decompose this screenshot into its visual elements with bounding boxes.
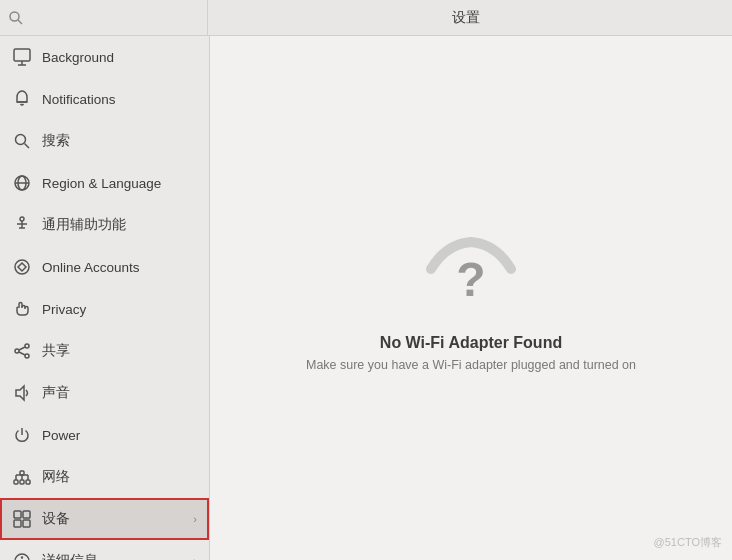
sidebar-item-label-accessibility: 通用辅助功能 xyxy=(42,216,197,234)
sidebar-item-label-details: 详细信息 xyxy=(42,552,193,560)
sidebar-item-sound[interactable]: 声音 xyxy=(0,372,209,414)
watermark: @51CTO博客 xyxy=(654,535,722,550)
svg-point-17 xyxy=(25,344,29,348)
search-icon xyxy=(12,131,32,151)
sidebar-item-label-sound: 声音 xyxy=(42,384,197,402)
svg-rect-31 xyxy=(14,511,21,518)
sidebar: BackgroundNotifications搜索Region & Langua… xyxy=(0,36,210,560)
svg-point-37 xyxy=(22,557,23,558)
svg-point-0 xyxy=(10,12,19,21)
sidebar-item-details[interactable]: 详细信息› xyxy=(0,540,209,560)
sidebar-item-label-sharing: 共享 xyxy=(42,342,197,360)
svg-line-20 xyxy=(19,347,25,350)
svg-rect-25 xyxy=(26,480,30,484)
content-area: ? No Wi-Fi Adapter Found Make sure you h… xyxy=(210,36,732,560)
sidebar-item-label-notifications: Notifications xyxy=(42,92,197,107)
svg-rect-24 xyxy=(20,480,24,484)
titlebar-search-area xyxy=(8,0,208,35)
bell-icon xyxy=(12,89,32,109)
svg-rect-34 xyxy=(23,520,30,527)
svg-line-21 xyxy=(19,352,25,355)
monitor-icon xyxy=(12,47,32,67)
info-icon xyxy=(12,551,32,560)
no-wifi-illustration: ? xyxy=(411,224,531,314)
sidebar-item-label-network: 网络 xyxy=(42,468,197,486)
sidebar-item-search[interactable]: 搜索 xyxy=(0,120,209,162)
sidebar-item-label-privacy: Privacy xyxy=(42,302,197,317)
svg-line-7 xyxy=(25,144,30,149)
share-icon xyxy=(12,341,32,361)
svg-marker-22 xyxy=(16,386,24,400)
sidebar-item-privacy[interactable]: Privacy xyxy=(0,288,209,330)
sound-icon xyxy=(12,383,32,403)
sidebar-item-network[interactable]: 网络 xyxy=(0,456,209,498)
svg-rect-33 xyxy=(14,520,21,527)
devices-icon xyxy=(12,509,32,529)
svg-rect-2 xyxy=(14,49,30,61)
no-wifi-subtitle: Make sure you have a Wi-Fi adapter plugg… xyxy=(306,358,636,372)
window-title: 设置 xyxy=(208,9,724,27)
globe-icon xyxy=(12,173,32,193)
online-icon xyxy=(12,257,32,277)
sidebar-item-notifications[interactable]: Notifications xyxy=(0,78,209,120)
network-icon xyxy=(12,467,32,487)
svg-rect-23 xyxy=(14,480,18,484)
main-layout: BackgroundNotifications搜索Region & Langua… xyxy=(0,36,732,560)
sidebar-item-power[interactable]: Power xyxy=(0,414,209,456)
sidebar-item-region-language[interactable]: Region & Language xyxy=(0,162,209,204)
no-wifi-title: No Wi-Fi Adapter Found xyxy=(380,334,562,352)
accessibility-icon xyxy=(12,215,32,235)
sidebar-item-background[interactable]: Background xyxy=(0,36,209,78)
svg-text:?: ? xyxy=(456,253,485,306)
sidebar-item-devices[interactable]: 设备› xyxy=(0,498,209,540)
sidebar-item-accessibility[interactable]: 通用辅助功能 xyxy=(0,204,209,246)
sidebar-item-label-search: 搜索 xyxy=(42,132,197,150)
search-icon xyxy=(8,10,24,26)
hand-icon xyxy=(12,299,32,319)
svg-rect-32 xyxy=(23,511,30,518)
power-icon xyxy=(12,425,32,445)
svg-line-1 xyxy=(18,20,22,24)
sidebar-item-label-background: Background xyxy=(42,50,197,65)
sidebar-item-label-power: Power xyxy=(42,428,197,443)
sidebar-item-sharing[interactable]: 共享 xyxy=(0,330,209,372)
titlebar: 设置 xyxy=(0,0,732,36)
sidebar-item-label-online-accounts: Online Accounts xyxy=(42,260,197,275)
sidebar-item-label-devices: 设备 xyxy=(42,510,193,528)
svg-point-19 xyxy=(25,354,29,358)
chevron-right-icon: › xyxy=(193,555,197,560)
chevron-right-icon: › xyxy=(193,513,197,525)
sidebar-item-label-region-language: Region & Language xyxy=(42,176,197,191)
svg-point-18 xyxy=(15,349,19,353)
svg-point-11 xyxy=(20,217,24,221)
svg-point-6 xyxy=(16,135,26,145)
sidebar-item-online-accounts[interactable]: Online Accounts xyxy=(0,246,209,288)
